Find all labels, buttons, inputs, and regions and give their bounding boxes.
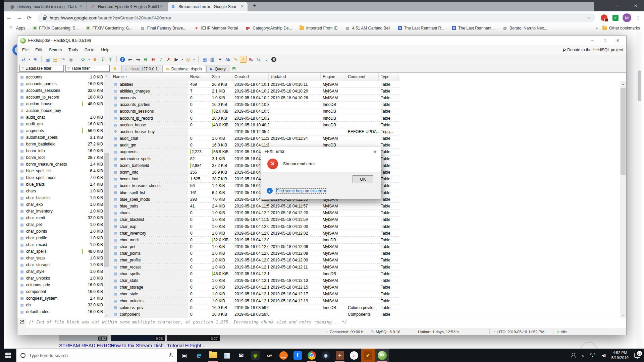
tree-item[interactable]: ▦char_spells48.0 KiB — [19, 248, 103, 255]
taskbar-search[interactable] — [16, 349, 177, 362]
task-view-button[interactable]: ▣ — [177, 349, 192, 362]
table-row[interactable]: ▦component016.0 KiB2019-05-18 03:59:06Co… — [111, 311, 400, 318]
help-icon[interactable]: ? — [120, 57, 125, 62]
execute-dropdown-icon[interactable]: ▾ — [181, 56, 184, 63]
tree-item[interactable]: ▦accounts_parties16.0 KiB — [19, 80, 103, 87]
menu-file[interactable]: File — [19, 48, 32, 52]
table-row[interactable]: ▦accounts01.0 KiB2019-05-18 04:10:282019… — [111, 95, 400, 101]
taskbar-app-cw-app[interactable]: cw — [262, 349, 276, 362]
delimiter-icon[interactable]: ; — [263, 56, 270, 63]
tab-close-icon[interactable]: ✕ — [239, 4, 245, 9]
back-icon[interactable]: ← — [4, 14, 14, 21]
tree-item[interactable]: ▦char_stats1.0 KiB — [19, 255, 103, 261]
menu-help[interactable]: Help — [98, 48, 113, 52]
tree-item[interactable]: ▦blue_spell_list6.4 KiB — [19, 168, 103, 174]
menu-search[interactable]: Search — [46, 48, 65, 52]
maximize-icon[interactable]: □ — [610, 0, 627, 11]
heidisql-titlebar[interactable]: HS FFXI\dspdb\ - HeidiSQL 9.5.0.5196 – □… — [17, 36, 626, 45]
tree-item[interactable]: ▦conquest_system2.4 KiB — [19, 295, 103, 302]
scroll-up-icon[interactable]: ▲ — [620, 81, 626, 87]
table-row[interactable]: ▦char_pet01.0 KiB2019-05-18 04:12:062019… — [111, 244, 400, 250]
menu-go-to[interactable]: Go to — [81, 48, 98, 52]
tree-item[interactable]: ▦char_profile1.0 KiB — [19, 235, 103, 241]
column-header-type[interactable]: Type — [379, 73, 398, 81]
video-result-link[interactable]: How to Fix Stream Dish... — [111, 343, 168, 348]
table-row[interactable]: ▦char_points01.0 KiB2019-05-18 04:12:082… — [111, 250, 400, 257]
tree-item[interactable]: ▦auction_house48.0 KiB — [19, 101, 103, 107]
taskbar-app-edge[interactable]: e — [192, 349, 206, 362]
scroll-down-icon[interactable]: ▼ — [620, 312, 626, 318]
tree-item[interactable]: ▦char_storage1.0 KiB — [19, 261, 103, 268]
video-thumbnail[interactable]: 3:27 — [167, 335, 220, 341]
row-remove-icon[interactable]: ⊖ — [150, 56, 157, 63]
find-dropdown-icon[interactable]: ▾ — [193, 56, 196, 63]
bookmark-item[interactable]: ⠿Apps — [9, 25, 25, 31]
table-row[interactable]: ▦char_inventory01.0 KiB2019-05-18 04:12:… — [111, 230, 400, 237]
tree-item[interactable]: ▦accounts1.0 KiB — [19, 74, 103, 80]
session-tab[interactable]: ◫Host: 127.0.0.1 — [121, 65, 161, 72]
tree-item[interactable]: ▦char_pet1.0 KiB — [19, 221, 103, 228]
column-header-rows[interactable]: Rows — [188, 73, 210, 81]
browser-tab[interactable]: ◍delivery_box table missing - Dark✕ — [7, 2, 87, 11]
taskbar-clock[interactable]: 4:52 PM 5/19/2019 — [611, 350, 629, 360]
database-filter-input[interactable]: ▽ Database filter — [19, 65, 64, 72]
edit-pencil-icon[interactable]: ✎ — [232, 56, 239, 63]
refresh-dropdown-icon[interactable]: ▾ — [88, 56, 91, 63]
cancel-changes-icon[interactable]: ✗ — [165, 56, 172, 63]
scroll-down-icon[interactable]: ▼ — [104, 312, 110, 318]
bookmark-item[interactable]: ✿FFXIV Gardening: S... — [33, 25, 78, 31]
tree-scrollbar[interactable]: ▲ ▼ — [104, 73, 110, 318]
tree-item[interactable]: ▦blue_spell_mods7.0 KiB — [19, 174, 103, 181]
minimize-icon[interactable]: – — [586, 36, 599, 45]
taskbar-app-chrome[interactable] — [305, 349, 319, 362]
volume-icon[interactable]: ◀)) — [601, 353, 606, 358]
session-tab[interactable]: ▤Database: dspdb — [162, 65, 205, 72]
bookmark-item[interactable]: GThe Last Remnant... — [452, 25, 495, 31]
minimize-icon[interactable]: – — [594, 0, 610, 11]
address-bar[interactable]: https://www.google.com /search?q=Stream%… — [38, 13, 595, 22]
table-row[interactable]: ▦char_profile01.0 KiB2019-05-18 04:12:09… — [111, 257, 400, 264]
tree-item[interactable]: ▦account_ip_record16.0 KiB — [19, 94, 103, 101]
tree-item[interactable]: ▦audit_gm16.0 KiB — [19, 121, 103, 127]
tree-item[interactable]: ▦bcnm_battlefield27.2 KiB — [19, 141, 103, 147]
tree-item[interactable]: ▦columns_priv16.0 KiB — [19, 282, 103, 288]
tree-item[interactable]: ⚙auction_house_buy — [19, 107, 103, 114]
video-thumbnail[interactable]: 0:53 — [59, 335, 108, 341]
bookmark-item[interactable]: geCategory:Airship De... — [245, 25, 292, 31]
browser-tab[interactable]: ∕Hundred Episode 4 English Sub/D✕ — [87, 2, 167, 11]
taskbar-app-nvidia-geforce[interactable]: ◉ — [248, 349, 262, 362]
column-header-comment[interactable]: Comment — [346, 73, 379, 81]
taskbar-app-heidisql[interactable]: HS — [375, 349, 389, 362]
menu-tools[interactable]: Tools — [65, 48, 81, 52]
chrome-menu-icon[interactable]: ⋮ — [633, 15, 644, 21]
feedback-fab[interactable] — [581, 342, 596, 349]
taskbar-app-game[interactable]: ✦ — [333, 349, 347, 362]
paste-icon[interactable]: ▤ — [52, 56, 59, 63]
post-changes-icon[interactable]: ✓ — [158, 56, 164, 63]
maximize-icon[interactable]: □ — [599, 36, 611, 45]
table-filter-input[interactable]: ▽ Table filter — [65, 65, 110, 72]
close-icon[interactable]: ✕ — [611, 36, 624, 45]
table-row[interactable]: ▦abilities46926.8 KiB2019-05-18 04:10:11… — [111, 81, 400, 88]
scrollbar-thumb[interactable] — [638, 70, 641, 101]
people-icon[interactable] — [571, 353, 576, 358]
save-as-icon[interactable]: ▧ — [209, 56, 216, 63]
bookmark-item[interactable]: ◍Final Fantasy Brave... — [140, 25, 186, 31]
copy-icon[interactable]: ▣ — [44, 56, 51, 63]
bookmark-item[interactable]: ◍Boruto: Naruto Nex... — [502, 25, 547, 31]
ok-button[interactable]: OK — [353, 175, 373, 183]
page-scrollbar[interactable] — [637, 32, 642, 349]
video-result-link[interactable]: Tutorial H Fight... — [167, 343, 205, 348]
bookmark-item[interactable]: ♥IEHP Member Portal — [194, 25, 238, 31]
bookmark-item[interactable]: Imported From IE — [300, 25, 337, 31]
table-row[interactable]: ▦char_style01.0 KiB2019-05-18 04:12:1720… — [111, 291, 400, 298]
taskbar-app-mail[interactable]: ✉ — [234, 349, 248, 362]
table-row[interactable]: ▦char_merit032.0 KiB2019-05-18 04:12:04I… — [111, 237, 400, 243]
close-icon[interactable]: ✕ — [627, 0, 644, 11]
column-header-updated[interactable]: Updated — [269, 73, 321, 81]
table-row[interactable]: ▦account_ip_record016.0 KiB2019-05-18 04… — [111, 115, 400, 122]
tab-close-icon[interactable]: ✕ — [159, 4, 164, 9]
wifi-icon[interactable] — [590, 353, 596, 358]
lock-icon[interactable]: ◉ — [67, 56, 74, 63]
tree-item[interactable]: ▦bcnm_loot28.7 KiB — [19, 154, 103, 161]
